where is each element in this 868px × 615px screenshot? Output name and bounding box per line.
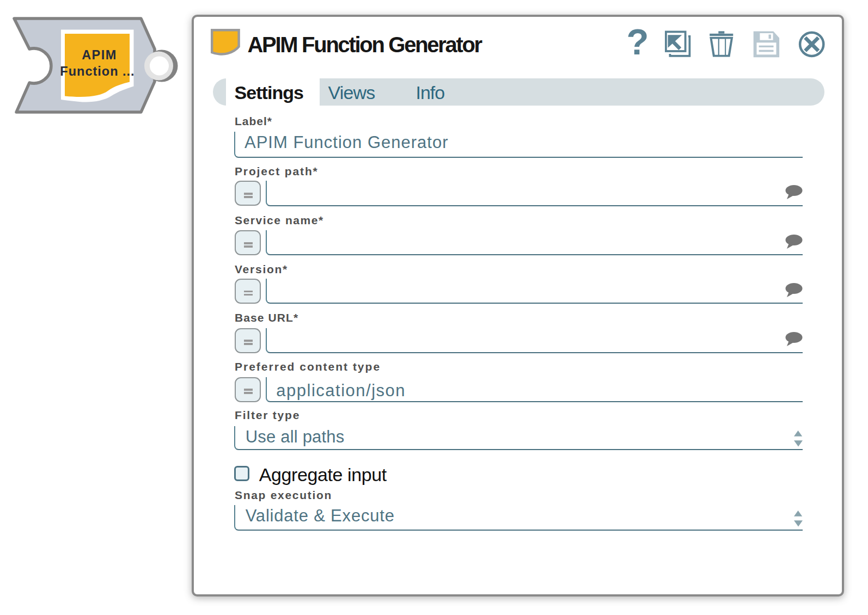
- svg-text:APIM: APIM: [82, 48, 117, 62]
- svg-text:Function ...: Function ...: [60, 64, 135, 78]
